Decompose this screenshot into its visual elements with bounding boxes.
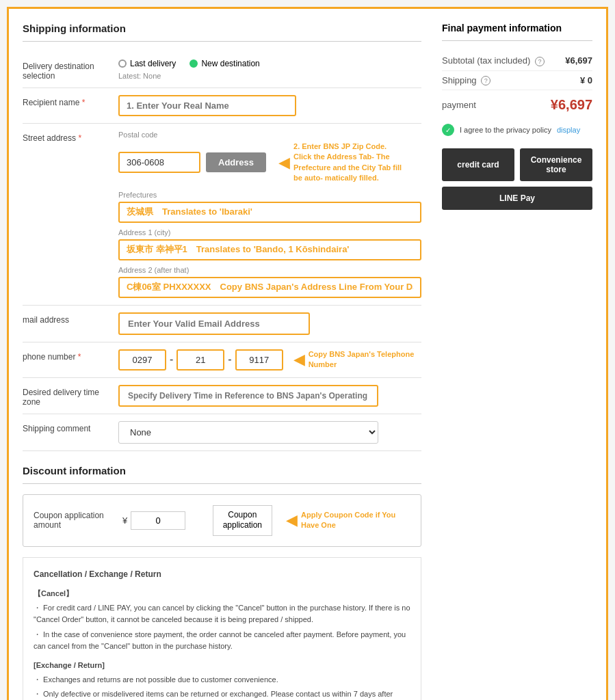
mail-address-label: mail address (23, 312, 118, 325)
subtotal-label: Subtotal (tax included) ? (442, 55, 545, 66)
phone-sep1: - (170, 353, 173, 366)
shipping-comment-label: Shipping comment (23, 421, 118, 433)
street-required-marker: * (78, 133, 81, 143)
address2-label: Address 2 (after that) (118, 266, 421, 274)
pay-row-1: credit card Convenience store (442, 148, 592, 181)
divider-top (23, 41, 421, 42)
line-pay-button[interactable]: LINE Pay (442, 187, 592, 210)
shipping-label: Shipping ? (442, 75, 490, 86)
radio-dot-new (189, 59, 198, 68)
recipient-name-row: Recipient name * (23, 88, 421, 124)
convenience-store-button[interactable]: Convenience store (520, 148, 592, 181)
phone-row: - - ◀ Copy BNS Japan's Telephone Number (118, 349, 421, 371)
shipping-info-icon: ? (481, 76, 490, 85)
annotation2-group: ◀ 2. Enter BNS JP Zip Code. Click the Ad… (278, 142, 403, 184)
shipping-comment-row: Shipping comment None Morning Afternoon … (23, 414, 421, 451)
discount-box: Coupon application amount ¥ Coupon appli… (23, 494, 421, 547)
coupon-input-area: ¥ Coupon application (122, 505, 272, 536)
shipping-info-title: Shipping information (23, 23, 421, 34)
exchange-point-2: ・ Only defective or misdelivered items c… (34, 688, 410, 700)
phone-sep2: - (228, 353, 231, 366)
address2-input[interactable] (118, 277, 421, 298)
coupon-annotation-text: Apply Coupon Code if You Have One (301, 510, 410, 531)
latest-text: Latest: None (118, 72, 421, 80)
payment-label: payment (442, 100, 476, 110)
phone-number-content: - - ◀ Copy BNS Japan's Telephone Number (118, 349, 421, 371)
privacy-check-icon: ✓ (442, 124, 454, 136)
subtotal-info-icon: ? (535, 57, 545, 66)
yen-symbol: ¥ (122, 515, 127, 526)
recipient-name-label: Recipient name * (23, 95, 118, 107)
street-address-label: Street address * (23, 131, 118, 143)
shipping-row: Shipping ? ¥ 0 (442, 71, 592, 91)
radio-new-destination[interactable]: New destination (189, 59, 259, 68)
mail-address-row: mail address (23, 306, 421, 342)
coupon-apply-button[interactable]: Coupon application (213, 505, 272, 536)
prefectures-label: Prefectures (118, 191, 421, 199)
exchange-point-1: ・ Exchanges and returns are not possible… (34, 674, 410, 686)
delivery-time-label: Desired delivery time zone (23, 385, 118, 407)
required-marker: * (82, 98, 86, 107)
discount-title: Discount information (23, 465, 421, 476)
pay-buttons: credit card Convenience store LINE Pay (442, 148, 592, 210)
privacy-text: I agree to the privacy policy (460, 126, 551, 134)
cancel-section: Cancellation / Exchange / Return 【Cancel… (23, 557, 421, 700)
phone-arrow-icon: ◀ (293, 351, 305, 368)
mail-address-content (118, 312, 421, 335)
shipping-comment-select[interactable]: None Morning Afternoon Evening (118, 421, 378, 444)
phone-annotation-group: ◀ Copy BNS Japan's Telephone Number (293, 349, 418, 371)
address1-label: Address 1 (city) (118, 228, 421, 237)
prefectures-input[interactable] (118, 202, 421, 223)
phone-number-label: phone number * (23, 349, 118, 362)
annotation2-text: 2. Enter BNS JP Zip Code. Click the Addr… (293, 142, 403, 184)
total-row: payment ¥6,697 (442, 90, 592, 117)
cancel-title: 【Cancel】 (34, 588, 410, 600)
delivery-time-row: Desired delivery time zone (23, 378, 421, 414)
shipping-comment-content: None Morning Afternoon Evening (118, 421, 421, 444)
delivery-destination-row: Delivery destination selection Last deli… (23, 52, 421, 88)
mail-address-input[interactable] (118, 312, 310, 335)
delivery-time-input[interactable] (118, 385, 378, 407)
discount-section: Discount information Coupon application … (23, 465, 421, 547)
phone-seg1-input[interactable] (118, 349, 166, 371)
phone-seg2-input[interactable] (176, 349, 224, 371)
payment-total-amount: ¥6,697 (551, 97, 592, 113)
radio-group: Last delivery New destination (118, 59, 421, 68)
phone-seg3-input[interactable] (235, 349, 283, 371)
payment-divider (442, 40, 592, 41)
delivery-time-content (118, 385, 421, 407)
cancel-section-title: Cancellation / Exchange / Return (34, 568, 410, 581)
left-column: Shipping information Delivery destinatio… (23, 23, 421, 700)
exchange-title: [Exchange / Return] (34, 660, 410, 672)
phone-annotation-text: Copy BNS Japan's Telephone Number (309, 349, 418, 371)
cancel-point-1: ・ For credit card / LINE PAY, you can ca… (34, 602, 410, 626)
coupon-amount-input[interactable] (131, 511, 185, 530)
page-container: Shipping information Delivery destinatio… (7, 7, 608, 700)
privacy-row: ✓ I agree to the privacy policy display (442, 117, 592, 143)
discount-divider (23, 483, 421, 484)
phone-number-row: phone number * - - ◀ Copy BNS Japan's Te… (23, 342, 421, 378)
address-button[interactable]: Address (206, 152, 266, 172)
right-column: Final payment information Subtotal (tax … (442, 23, 592, 700)
payment-info: Final payment information Subtotal (tax … (442, 23, 592, 210)
coupon-label: Coupon application amount (34, 511, 116, 530)
coupon-arrow-icon: ◀ (286, 511, 298, 529)
subtotal-row: Subtotal (tax included) ? ¥6,697 (442, 51, 592, 71)
postal-code-label: Postal code (118, 131, 421, 139)
address1-input[interactable] (118, 239, 421, 260)
street-address-row: Street address * Postal code Address ◀ 2… (23, 124, 421, 306)
arrow2-icon: ◀ (278, 154, 290, 172)
credit-card-button[interactable]: credit card (442, 148, 514, 181)
shipping-amount: ¥ 0 (580, 75, 592, 85)
radio-last-delivery[interactable]: Last delivery (118, 59, 176, 68)
street-address-content: Postal code Address ◀ 2. Enter BNS JP Zi… (118, 131, 421, 298)
coupon-annotation-group: ◀ Apply Coupon Code if You Have One (286, 510, 410, 531)
privacy-display-link[interactable]: display (557, 126, 580, 134)
recipient-name-input[interactable] (118, 95, 296, 116)
postal-row: Address ◀ 2. Enter BNS JP Zip Code. Clic… (118, 142, 421, 184)
postal-code-input[interactable] (118, 152, 200, 173)
coupon-row: Coupon application amount ¥ Coupon appli… (34, 505, 410, 536)
delivery-destination-content: Last delivery New destination Latest: No… (118, 59, 421, 80)
recipient-name-content (118, 95, 421, 116)
radio-dot-last (118, 59, 127, 68)
